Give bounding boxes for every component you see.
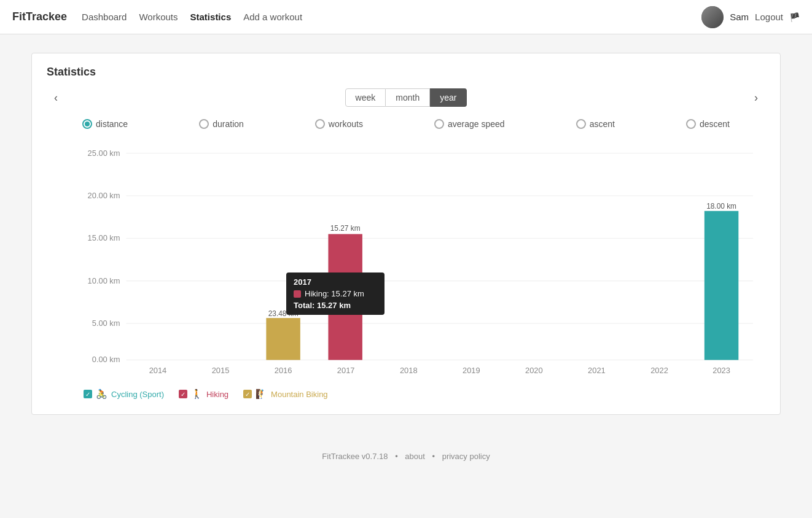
bar-2023[interactable] (705, 211, 738, 360)
time-btn-month[interactable]: month (386, 88, 430, 107)
svg-text:2014: 2014 (149, 366, 167, 375)
username: Sam (730, 12, 749, 22)
card-title: Statistics (47, 66, 765, 79)
prev-arrow[interactable]: ‹ (47, 89, 65, 107)
time-buttons: week month year (345, 88, 467, 107)
svg-text:25.00 km: 25.00 km (88, 149, 120, 158)
main-content: Statistics ‹ week month year › distance … (19, 53, 793, 415)
time-btn-year[interactable]: year (430, 88, 467, 107)
svg-text:20.00 km: 20.00 km (88, 191, 120, 200)
nav-dashboard[interactable]: Dashboard (82, 9, 127, 25)
svg-text:2022: 2022 (650, 366, 668, 375)
legend-mountain-biking-label: Mountain Biking (271, 390, 328, 399)
legend-cycling[interactable]: ✓ 🚴 Cycling (Sport) (84, 388, 164, 400)
next-arrow[interactable]: › (747, 89, 765, 107)
legend-cycling-label: Cycling (Sport) (111, 390, 164, 399)
radio-label-workouts: workouts (329, 119, 363, 129)
legend-check-mountain-biking: ✓ (243, 390, 252, 398)
radio-label-duration: duration (213, 119, 244, 129)
avatar-image (701, 6, 724, 28)
radio-distance[interactable]: distance (82, 119, 128, 129)
svg-text:5.00 km: 5.00 km (92, 319, 120, 328)
footer-dot-1: • (395, 452, 398, 461)
svg-text:10.00 km: 10.00 km (88, 276, 120, 285)
chart-area: 25.00 km 20.00 km 15.00 km 10.00 km 5.00… (53, 144, 759, 379)
svg-text:2021: 2021 (588, 366, 606, 375)
bar-2016[interactable] (266, 318, 300, 360)
svg-text:2017: 2017 (337, 366, 355, 375)
mountain-biking-icon: 🧗 (256, 388, 267, 400)
svg-text:2020: 2020 (525, 366, 543, 375)
radio-label-ascent: ascent (590, 119, 615, 129)
time-btn-week[interactable]: week (345, 88, 386, 107)
nav-workouts[interactable]: Workouts (139, 9, 178, 25)
radio-ascent[interactable]: ascent (576, 119, 615, 129)
svg-text:2015: 2015 (212, 366, 230, 375)
legend-row: ✓ 🚴 Cycling (Sport) ✓ 🚶 Hiking ✓ 🧗 Mount… (47, 388, 765, 400)
legend-mountain-biking[interactable]: ✓ 🧗 Mountain Biking (243, 388, 328, 400)
svg-text:15.27 km: 15.27 km (330, 224, 361, 233)
footer-dot-2: • (432, 452, 435, 461)
footer-privacy-link[interactable]: privacy policy (442, 452, 490, 461)
svg-text:15.00 km: 15.00 km (88, 233, 120, 242)
svg-text:0.00 km: 0.00 km (92, 355, 120, 364)
footer-about-link[interactable]: about (405, 452, 425, 461)
radio-circle-workouts (315, 119, 325, 129)
footer: FitTrackee v0.7.18 • about • privacy pol… (0, 433, 812, 479)
svg-text:2019: 2019 (463, 366, 480, 375)
footer-brand: FitTrackee (322, 452, 359, 461)
radio-label-average-speed: average speed (448, 119, 505, 129)
radio-duration[interactable]: duration (199, 119, 244, 129)
svg-text:2018: 2018 (400, 366, 418, 375)
radio-circle-ascent (576, 119, 586, 129)
flag-icon: 🏴 (789, 12, 800, 22)
radio-label-distance: distance (96, 119, 128, 129)
radio-average-speed[interactable]: average speed (434, 119, 505, 129)
radio-circle-distance (82, 119, 92, 129)
radio-circle-descent (686, 119, 696, 129)
svg-text:2023: 2023 (712, 366, 730, 375)
legend-check-hiking: ✓ (179, 390, 187, 398)
radio-descent[interactable]: descent (686, 119, 730, 129)
nav-add-workout[interactable]: Add a workout (243, 9, 302, 25)
legend-hiking[interactable]: ✓ 🚶 Hiking (179, 388, 228, 400)
bar-2017[interactable] (328, 234, 362, 360)
legend-hiking-label: Hiking (206, 390, 228, 399)
radio-label-descent: descent (700, 119, 730, 129)
time-range-row: ‹ week month year › (47, 88, 765, 107)
brand-logo[interactable]: FitTrackee (12, 10, 67, 23)
statistics-card: Statistics ‹ week month year › distance … (31, 53, 781, 415)
radio-workouts[interactable]: workouts (315, 119, 363, 129)
svg-text:18.00 km: 18.00 km (706, 202, 736, 211)
radio-circle-average-speed (434, 119, 444, 129)
nav-right: Sam Logout 🏴 (701, 6, 800, 28)
svg-text:23.48 km: 23.48 km (268, 309, 299, 318)
radio-circle-duration (199, 119, 209, 129)
svg-text:2016: 2016 (275, 366, 292, 375)
hiking-icon: 🚶 (191, 388, 203, 400)
stat-radio-row: distance duration workouts average speed… (47, 119, 765, 129)
nav-statistics[interactable]: Statistics (190, 9, 232, 25)
legend-check-cycling: ✓ (84, 390, 92, 398)
footer-version: v0.7.18 (362, 452, 388, 461)
navbar: FitTrackee Dashboard Workouts Statistics… (0, 0, 812, 34)
cycling-icon: 🚴 (96, 388, 107, 400)
nav-links: Dashboard Workouts Statistics Add a work… (82, 9, 701, 25)
logout-link[interactable]: Logout (755, 12, 783, 22)
avatar (701, 6, 724, 28)
chart-svg: 25.00 km 20.00 km 15.00 km 10.00 km 5.00… (90, 144, 759, 377)
